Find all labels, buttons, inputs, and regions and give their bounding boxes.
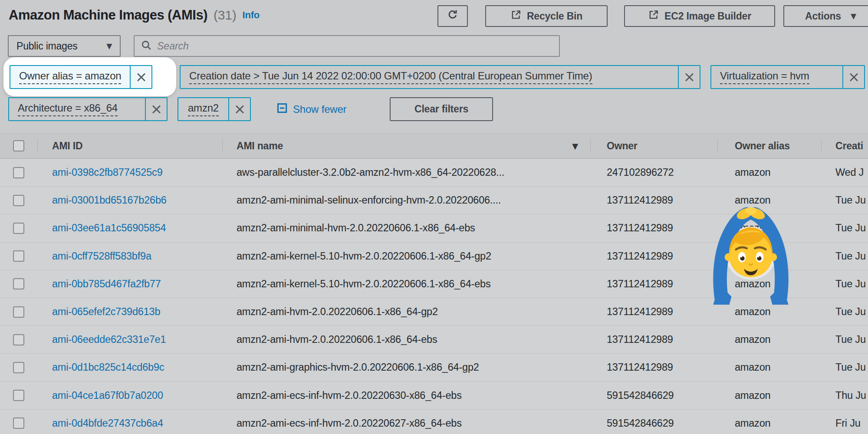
ec2-image-builder-button[interactable]: EC2 Image Builder <box>624 5 775 27</box>
search-field[interactable] <box>134 35 560 57</box>
creation-date-cell: Fri Ju <box>821 418 868 429</box>
row-checkbox[interactable] <box>13 223 24 234</box>
table-row: ami-0d4bfde27437cb6a4 amzn2-ami-ecs-inf-… <box>0 410 868 434</box>
image-scope-select[interactable]: Public images ▼ <box>8 35 121 57</box>
ami-id-link[interactable]: ami-0d1bc825c14cd6b9c <box>37 362 222 373</box>
owner-alias-cell: amazon <box>717 334 821 345</box>
owner-alias-cell: amazon <box>717 306 821 318</box>
owner-cell: 591542846629 <box>590 418 717 429</box>
ami-name-cell: amzn2-ami-graphics-hvm-2.0.20220606.1-x8… <box>222 362 590 373</box>
ami-name-cell: amzn2-ami-minimal-hvm-2.0.20220606.1-x86… <box>222 222 590 234</box>
external-link-icon <box>648 9 659 23</box>
ami-id-link[interactable]: ami-04ce1a67f0b7a0200 <box>37 390 222 401</box>
image-scope-value: Public images <box>16 40 78 52</box>
ami-name-cell: amzn2-ami-hvm-2.0.20220606.1-x86_64-gp2 <box>222 306 590 318</box>
show-fewer-link[interactable]: Show fewer <box>276 97 346 121</box>
row-checkbox[interactable] <box>13 334 24 345</box>
ami-name-cell: amzn2-ami-ecs-inf-hvm-2.0.20220627-x86_6… <box>222 418 590 429</box>
clear-filters-label: Clear filters <box>414 103 468 115</box>
remove-filter-button[interactable] <box>842 66 864 88</box>
owner-alias-cell: amazon <box>717 418 821 429</box>
collapse-icon <box>276 102 288 116</box>
row-checkbox[interactable] <box>13 278 24 289</box>
filter-token-label[interactable]: Architecture = x86_64 <box>9 98 145 120</box>
header-cell-ami-id[interactable]: AMI ID <box>37 134 222 158</box>
ami-name-cell: aws-parallelcluster-3.2.0b2-amzn2-hvm-x8… <box>222 167 590 178</box>
owner-cell: 591542846629 <box>590 390 717 401</box>
recycle-bin-button[interactable]: Recycle Bin <box>485 5 608 27</box>
filter-token-label[interactable]: Creation date > Tue Jun 14 2022 02:00:00… <box>181 66 678 88</box>
ami-id-link[interactable]: ami-0cff7528ff583bf9a <box>37 250 222 262</box>
remove-filter-button[interactable] <box>678 66 700 88</box>
row-checkbox[interactable] <box>13 167 24 178</box>
ami-name-cell: amzn2-ami-hvm-2.0.20220606.1-x86_64-ebs <box>222 334 590 345</box>
search-icon <box>141 39 152 53</box>
ami-id-link[interactable]: ami-0398c2fb8774525c9 <box>37 167 222 178</box>
ami-id-link[interactable]: ami-03001bd65167b26b6 <box>37 194 222 206</box>
ami-name-cell: amzn2-ami-kernel-5.10-hvm-2.0.20220606.1… <box>222 250 590 262</box>
ami-id-link[interactable]: ami-065efef2c739d613b <box>37 306 222 318</box>
close-icon <box>151 104 161 115</box>
show-fewer-label: Show fewer <box>293 103 346 115</box>
ami-id-link[interactable]: ami-06eedde62c331e7e1 <box>37 334 222 345</box>
row-checkbox[interactable] <box>13 418 24 429</box>
clear-filters-button[interactable]: Clear filters <box>390 97 493 121</box>
chevron-down-icon: ▼ <box>106 42 112 50</box>
close-icon <box>684 72 694 82</box>
sort-descending-icon[interactable]: ▼ <box>572 141 578 151</box>
header-cell-ami-name[interactable]: AMI name ▼ <box>222 134 590 158</box>
ami-name-cell: amzn2-ami-minimal-selinux-enforcing-hvm-… <box>222 194 590 206</box>
owner-cell: 137112412989 <box>590 278 717 290</box>
info-link[interactable]: Info <box>243 10 260 21</box>
owner-cell: 137112412989 <box>590 250 717 262</box>
header-cell-owner-alias[interactable]: Owner alias <box>717 134 821 158</box>
filter-token-label[interactable]: Owner alias = amazon <box>10 66 130 88</box>
remove-filter-button[interactable] <box>145 98 167 120</box>
creation-date-cell: Thu Ju <box>821 390 868 401</box>
creation-date-cell: Tue Ju <box>821 306 868 318</box>
filter-token-owner-alias: Owner alias = amazon <box>10 65 152 89</box>
row-checkbox[interactable] <box>13 362 24 373</box>
remove-filter-button[interactable] <box>228 98 250 120</box>
external-link-icon <box>510 9 522 23</box>
search-input[interactable] <box>156 40 553 53</box>
creation-date-cell: Tue Ju <box>821 334 868 345</box>
close-icon <box>136 72 146 82</box>
creation-date-cell: Tue Ju <box>821 222 868 234</box>
refresh-button[interactable] <box>437 5 468 27</box>
select-all-checkbox[interactable] <box>13 140 24 151</box>
refresh-icon <box>447 9 459 23</box>
owner-alias-cell: amazon <box>717 167 821 178</box>
header-cell-creation-date[interactable]: Creati <box>821 134 868 158</box>
header-cell-owner[interactable]: Owner <box>590 134 717 158</box>
ami-id-link[interactable]: ami-0bb785d467fa2fb77 <box>37 278 222 290</box>
table-row: ami-04ce1a67f0b7a0200 amzn2-ami-ecs-inf-… <box>0 382 868 410</box>
header-cell-select-all <box>0 134 37 158</box>
filter-token-virtualization: Virtualization = hvm <box>710 65 865 89</box>
row-checkbox[interactable] <box>13 195 24 206</box>
table-row: ami-06eedde62c331e7e1 amzn2-ami-hvm-2.0.… <box>0 326 868 354</box>
resource-count: (31) <box>214 8 237 23</box>
row-checkbox[interactable] <box>13 390 24 401</box>
owner-cell: 247102896272 <box>590 167 717 178</box>
ami-id-link[interactable]: ami-03ee61a1c56905854 <box>37 222 222 234</box>
owner-cell: 137112412989 <box>590 362 717 373</box>
creation-date-cell: Tue Ju <box>821 362 868 373</box>
owner-alias-cell: amazon <box>717 390 821 401</box>
owner-cell: 137112412989 <box>590 306 717 318</box>
ami-id-link[interactable]: ami-0d4bfde27437cb6a4 <box>37 418 222 429</box>
man-gesturing-ok-emoji <box>709 204 792 305</box>
page-header: Amazon Machine Images (AMIs) (31) Info <box>9 5 260 25</box>
actions-button[interactable]: Actions ▼ <box>783 5 868 27</box>
actions-label: Actions <box>805 10 841 22</box>
filter-token-label[interactable]: amzn2 <box>178 98 228 120</box>
row-checkbox[interactable] <box>13 306 24 318</box>
creation-date-cell: Wed J <box>821 167 868 178</box>
filter-token-label[interactable]: Virtualization = hvm <box>711 66 842 88</box>
filter-token-amzn2: amzn2 <box>178 97 251 121</box>
ami-name-cell: amzn2-ami-kernel-5.10-hvm-2.0.20220606.1… <box>222 278 590 290</box>
creation-date-cell: Tue Ju <box>821 194 868 206</box>
owner-alias-cell: amazon <box>717 362 821 373</box>
row-checkbox[interactable] <box>13 250 24 262</box>
remove-filter-button[interactable] <box>130 66 151 88</box>
